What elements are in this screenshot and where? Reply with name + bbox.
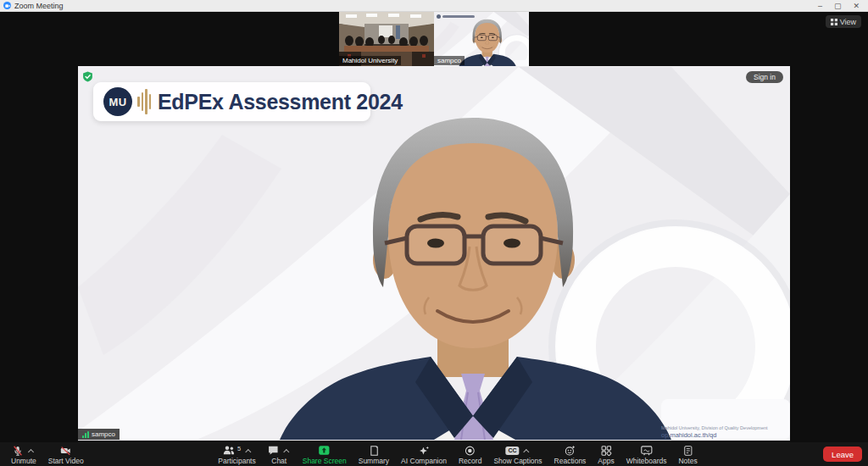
video-thumbnail-room[interactable]: Mahidol University: [339, 12, 434, 66]
chevron-up-icon[interactable]: [245, 447, 252, 454]
share-screen-icon: [319, 445, 331, 456]
reactions-icon: [564, 445, 576, 457]
chat-button[interactable]: Chat: [262, 442, 297, 466]
notes-button[interactable]: Notes: [672, 442, 703, 466]
view-button[interactable]: View: [826, 15, 861, 28]
notes-label: Notes: [678, 457, 697, 465]
chevron-up-icon[interactable]: [28, 447, 35, 454]
grid-view-icon: [831, 19, 837, 25]
record-label: Record: [459, 457, 481, 465]
background-watermark: [437, 14, 475, 19]
window-titlebar: Zoom Meeting – ▢ ✕: [0, 0, 868, 12]
video-filmstrip: Mahidol University sampco: [339, 12, 529, 66]
encryption-shield-icon[interactable]: [82, 70, 93, 81]
view-label: View: [840, 18, 856, 26]
ai-companion-label: AI Companion: [401, 457, 447, 465]
share-screen-button[interactable]: Share Screen: [297, 442, 353, 466]
minimize-icon[interactable]: –: [818, 0, 822, 12]
maximize-icon[interactable]: ▢: [834, 0, 842, 12]
apps-label: Apps: [598, 457, 614, 465]
event-banner: MU EdPEx Assessment 2024: [93, 82, 370, 121]
show-captions-button[interactable]: CC Show Captions: [487, 442, 548, 466]
summary-icon: [368, 445, 380, 457]
signal-strength-icon: [82, 431, 89, 438]
credit-line1: Mahidol University, Division of Quality …: [661, 425, 787, 430]
unmute-button[interactable]: Unmute: [5, 442, 42, 466]
record-button[interactable]: Record: [453, 442, 487, 466]
whiteboards-label: Whiteboards: [626, 457, 667, 465]
speaker-portrait: [78, 66, 790, 441]
participants-label: Participants: [218, 457, 255, 465]
logo-bars-icon: [137, 89, 151, 114]
leave-button[interactable]: Leave: [823, 447, 862, 462]
zoom-meeting-window: Zoom Meeting – ▢ ✕ View Mahidol Universi…: [0, 0, 868, 466]
background-credit: Mahidol University, Division of Quality …: [661, 425, 787, 439]
reactions-button[interactable]: Reactions: [548, 442, 593, 466]
whiteboards-button[interactable]: Whiteboards: [620, 442, 673, 466]
credit-line2: op.mahidol.ac.th/qd: [661, 431, 787, 439]
start-video-label: Start Video: [48, 457, 84, 465]
unmute-label: Unmute: [11, 457, 36, 465]
participant-name-label: Mahidol University: [339, 56, 401, 65]
speaker-name: sampco: [92, 430, 115, 438]
chat-icon: [268, 445, 280, 456]
video-thumbnail-speaker[interactable]: sampco: [434, 12, 529, 66]
whiteboards-icon: [640, 445, 653, 456]
sign-in-button[interactable]: Sign in: [746, 71, 783, 83]
apps-button[interactable]: Apps: [592, 442, 620, 466]
record-icon: [465, 445, 476, 457]
chevron-up-icon[interactable]: [284, 447, 291, 454]
window-title: Zoom Meeting: [14, 2, 64, 10]
participants-count: 5: [237, 445, 241, 452]
meeting-toolbar: Unmute Start Video: [0, 442, 868, 466]
participant-name-label: sampco: [434, 56, 465, 65]
ai-companion-icon: [418, 445, 430, 457]
show-captions-label: Show Captions: [493, 457, 542, 465]
apps-icon: [600, 445, 612, 457]
notes-icon: [682, 445, 693, 457]
share-screen-label: Share Screen: [303, 457, 347, 465]
close-icon[interactable]: ✕: [853, 0, 860, 12]
meeting-stage: View Mahidol University sampco Sign in M…: [0, 12, 868, 442]
reactions-label: Reactions: [554, 457, 587, 465]
chat-label: Chat: [271, 457, 287, 465]
camera-off-icon: [59, 445, 72, 457]
participants-icon: [222, 445, 235, 456]
banner-title: EdPEx Assessment 2024: [158, 90, 403, 114]
summary-button[interactable]: Summary: [353, 442, 395, 466]
chevron-up-icon[interactable]: [524, 447, 531, 454]
mu-logo: MU: [103, 87, 132, 116]
speaker-name-tag: sampco: [78, 429, 120, 440]
mic-muted-icon: [12, 445, 24, 457]
ai-companion-button[interactable]: AI Companion: [395, 442, 453, 466]
start-video-button[interactable]: Start Video: [42, 442, 90, 466]
zoom-app-icon: [3, 2, 11, 9]
main-speaker-video: Sign in MU EdPEx Assessment 2024 Mahidol…: [78, 66, 790, 441]
participants-button[interactable]: 5 Participants: [212, 442, 261, 466]
summary-label: Summary: [359, 457, 389, 465]
captions-icon: CC: [505, 447, 519, 455]
